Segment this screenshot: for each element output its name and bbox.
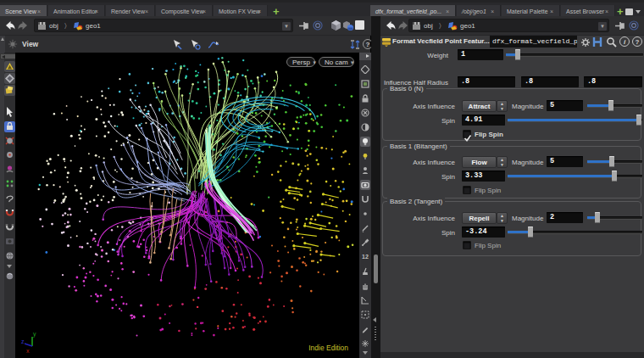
svg-text:x: x xyxy=(26,348,30,354)
svg-text:z: z xyxy=(21,338,25,344)
svg-text:y: y xyxy=(33,331,36,338)
